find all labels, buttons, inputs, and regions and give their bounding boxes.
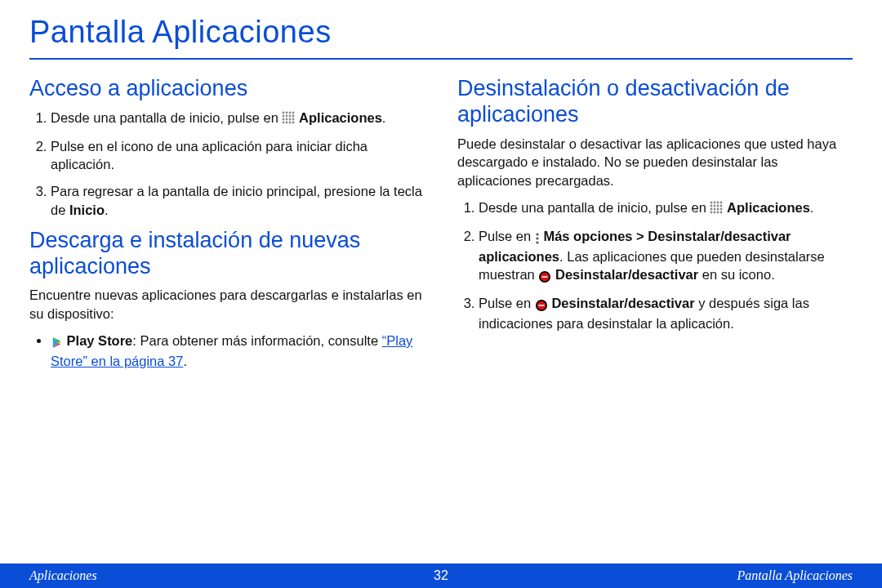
svg-point-1 bbox=[286, 111, 288, 114]
section-intro: Puede desinstalar o desactivar las aplic… bbox=[457, 135, 853, 190]
playstore-icon bbox=[51, 333, 63, 352]
step-text: . bbox=[382, 110, 386, 125]
step-bold: Desinstalar/desactivar bbox=[551, 296, 694, 310]
svg-point-14 bbox=[289, 121, 292, 123]
svg-point-6 bbox=[289, 114, 292, 117]
svg-point-32 bbox=[710, 212, 713, 214]
bullet-text: . bbox=[183, 354, 187, 368]
svg-point-0 bbox=[283, 111, 285, 114]
svg-point-30 bbox=[717, 208, 719, 211]
svg-point-20 bbox=[710, 202, 713, 204]
step-bold: Inicio bbox=[69, 203, 105, 217]
svg-point-2 bbox=[289, 111, 292, 114]
svg-point-27 bbox=[720, 205, 723, 207]
list-item: Para regresar a la pantalla de inicio pr… bbox=[51, 182, 425, 220]
left-column: Acceso a aplicaciones Desde una pantalla… bbox=[29, 71, 425, 564]
svg-point-5 bbox=[286, 114, 288, 117]
step-bold: Aplicaciones bbox=[727, 200, 810, 215]
svg-point-4 bbox=[283, 114, 285, 117]
step-text: Pulse en bbox=[479, 296, 535, 310]
page-title: Pantalla Aplicaciones bbox=[29, 15, 853, 50]
section-intro: Encuentre nuevas aplicaciones para desca… bbox=[29, 286, 425, 323]
svg-point-34 bbox=[717, 212, 719, 214]
step-text: Pulse en bbox=[479, 229, 535, 243]
svg-point-36 bbox=[536, 233, 538, 235]
apps-grid-icon bbox=[710, 200, 723, 219]
bullet-list: Play Store: Para obtener más información… bbox=[29, 332, 425, 371]
content-columns: Acceso a aplicaciones Desde una pantalla… bbox=[29, 71, 853, 564]
svg-point-38 bbox=[536, 241, 538, 243]
section-heading-descarga: Descarga e instalación de nuevas aplicac… bbox=[29, 228, 425, 280]
uninstall-icon bbox=[538, 267, 551, 286]
list-item: Pulse en Desinstalar/desactivar y despué… bbox=[479, 294, 853, 333]
svg-point-12 bbox=[283, 121, 285, 123]
list-item: Pulse en Más opciones > Desinstalar/desa… bbox=[479, 227, 853, 286]
svg-point-23 bbox=[720, 202, 723, 204]
step-text: . bbox=[810, 200, 814, 215]
svg-point-21 bbox=[714, 202, 716, 204]
svg-point-28 bbox=[710, 208, 713, 211]
svg-point-26 bbox=[717, 205, 719, 207]
svg-point-11 bbox=[292, 118, 295, 120]
svg-point-24 bbox=[710, 205, 713, 207]
right-column: Desinstalación o desactivación de aplica… bbox=[457, 71, 853, 564]
section-heading-desinstalacion: Desinstalación o desactivación de aplica… bbox=[457, 76, 853, 128]
svg-point-31 bbox=[720, 208, 723, 211]
svg-point-13 bbox=[286, 121, 288, 123]
list-item: Desde una pantalla de inicio, pulse en A… bbox=[51, 109, 425, 129]
bullet-text: : Para obtener más información, consulte bbox=[132, 333, 381, 348]
step-text: en su icono. bbox=[698, 267, 775, 282]
footer-page-number: 32 bbox=[434, 568, 448, 583]
svg-point-37 bbox=[536, 237, 538, 239]
list-item: Pulse en el icono de una aplicación para… bbox=[51, 137, 425, 175]
steps-acceso: Desde una pantalla de inicio, pulse en A… bbox=[29, 109, 425, 220]
apps-grid-icon bbox=[282, 110, 295, 129]
svg-point-25 bbox=[714, 205, 716, 207]
more-options-icon bbox=[535, 229, 540, 247]
svg-rect-41 bbox=[542, 277, 548, 278]
step-text: . bbox=[105, 203, 109, 217]
svg-point-9 bbox=[286, 118, 288, 120]
svg-rect-44 bbox=[538, 305, 544, 306]
svg-point-7 bbox=[292, 114, 295, 117]
step-bold: Aplicaciones bbox=[299, 110, 382, 125]
list-item: Desde una pantalla de inicio, pulse en A… bbox=[479, 198, 853, 219]
step-bold: Desinstalar/desactivar bbox=[555, 267, 698, 282]
step-text: Desde una pantalla de inicio, pulse en bbox=[51, 110, 282, 125]
bullet-bold: Play Store bbox=[67, 333, 133, 348]
document-page: Pantalla Aplicaciones Acceso a aplicacio… bbox=[0, 0, 882, 588]
footer-right: Pantalla Aplicaciones bbox=[448, 568, 853, 583]
uninstall-icon bbox=[535, 296, 548, 314]
title-rule bbox=[29, 58, 853, 60]
svg-point-35 bbox=[720, 212, 723, 214]
step-text: Desde una pantalla de inicio, pulse en bbox=[479, 200, 710, 215]
section-heading-acceso: Acceso a aplicaciones bbox=[29, 76, 425, 102]
page-footer: Aplicaciones 32 Pantalla Aplicaciones bbox=[0, 564, 882, 588]
svg-point-10 bbox=[289, 118, 292, 120]
footer-left: Aplicaciones bbox=[29, 568, 434, 583]
svg-point-8 bbox=[283, 118, 285, 120]
svg-point-3 bbox=[292, 111, 295, 114]
svg-point-29 bbox=[714, 208, 716, 211]
svg-marker-19 bbox=[58, 342, 61, 344]
svg-point-33 bbox=[714, 212, 716, 214]
svg-point-15 bbox=[292, 121, 295, 123]
svg-point-22 bbox=[717, 202, 719, 204]
list-item: Play Store: Para obtener más información… bbox=[51, 332, 425, 371]
steps-desinstalacion: Desde una pantalla de inicio, pulse en A… bbox=[457, 198, 853, 333]
